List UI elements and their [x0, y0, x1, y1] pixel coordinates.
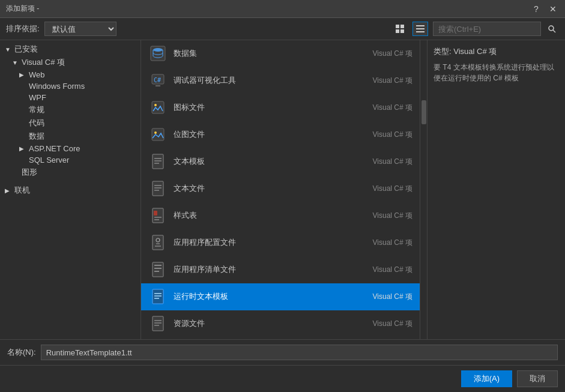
item-icon-textfile	[148, 179, 168, 198]
toolbar: 排序依据: 默认值	[0, 18, 565, 40]
sidebar-item-code[interactable]: 代码	[0, 116, 140, 130]
svg-rect-6	[416, 31, 425, 32]
grid-view-button[interactable]	[392, 22, 408, 36]
svg-rect-30	[153, 235, 163, 250]
svg-point-7	[549, 26, 554, 31]
svg-rect-5	[416, 28, 425, 29]
center-panel: 数据集 Visual C# 项 C# 调试器可视化工具 Visual C# 项	[141, 40, 420, 339]
svg-rect-35	[154, 271, 159, 272]
name-label: 名称(N):	[7, 347, 36, 358]
list-item[interactable]: 文本文件 Visual C# 项	[141, 175, 420, 202]
svg-rect-33	[154, 265, 162, 266]
sidebar-item-visual-csharp[interactable]: ▼ Visual C# 项	[0, 56, 140, 69]
right-panel: 类型: Visual C# 项 要 T4 文本模板转换系统进行预处理以便在运行时…	[427, 40, 565, 339]
svg-rect-18	[153, 154, 163, 169]
name-bar: 名称(N):	[0, 339, 565, 365]
close-button[interactable]: ✕	[547, 3, 559, 15]
item-icon-debug: C#	[148, 71, 168, 90]
list-view-button[interactable]	[412, 22, 428, 36]
svg-rect-4	[416, 25, 425, 26]
svg-rect-27	[154, 211, 157, 216]
item-icon-appconfig	[148, 233, 168, 252]
sidebar-installed-label: ▼ 已安装	[0, 43, 140, 56]
item-icon-bitmap	[148, 125, 168, 144]
search-area	[433, 22, 559, 36]
sidebar-item-general[interactable]: 常规	[0, 103, 140, 116]
action-bar: 添加(A) 取消	[0, 365, 565, 392]
svg-rect-34	[154, 268, 162, 269]
item-icon-iconfile	[148, 98, 168, 117]
svg-rect-40	[153, 316, 163, 331]
list-item[interactable]: 样式表 Visual C# 项	[141, 202, 420, 229]
add-button[interactable]: 添加(A)	[461, 370, 512, 387]
search-button[interactable]	[545, 22, 559, 36]
sidebar-item-wpf[interactable]: WPF	[0, 92, 140, 103]
name-input[interactable]	[41, 345, 558, 360]
item-icon-manifest	[148, 260, 168, 279]
search-input[interactable]	[433, 22, 541, 36]
sidebar-item-graphics[interactable]: 图形	[0, 166, 140, 179]
help-button[interactable]: ?	[530, 3, 542, 15]
sidebar-item-windows-forms[interactable]: Windows Forms	[0, 80, 140, 92]
sidebar-item-online[interactable]: ▶ 联机	[0, 184, 140, 197]
item-icon-stylesheet	[148, 206, 168, 225]
sort-label: 排序依据:	[6, 23, 40, 34]
item-icon-texttemplate	[148, 152, 168, 171]
svg-rect-1	[400, 25, 404, 28]
list-item[interactable]: 应用程序配置文件 Visual C# 项	[141, 229, 420, 256]
content-area: ▼ 已安装 ▼ Visual C# 项 ▶ Web Windows Forms …	[0, 40, 565, 339]
svg-rect-2	[396, 29, 399, 33]
svg-point-10	[153, 48, 163, 52]
sidebar: ▼ 已安装 ▼ Visual C# 项 ▶ Web Windows Forms …	[0, 40, 141, 339]
sort-select[interactable]: 默认值	[44, 22, 116, 36]
list-item[interactable]: 资源文件 Visual C# 项	[141, 310, 420, 337]
svg-rect-36	[153, 289, 163, 304]
list-item[interactable]: 图标文件 Visual C# 项	[141, 94, 420, 121]
item-list: 数据集 Visual C# 项 C# 调试器可视化工具 Visual C# 项	[141, 40, 420, 339]
list-item[interactable]: 文本模板 Visual C# 项	[141, 148, 420, 175]
dialog-title: 添加新项 -	[6, 4, 39, 14]
svg-rect-0	[396, 25, 399, 28]
svg-line-8	[553, 30, 555, 32]
svg-rect-26	[153, 208, 163, 223]
dialog-body: 排序依据: 默认值	[0, 18, 565, 392]
list-item[interactable]: 数据集 Visual C# 项	[141, 40, 420, 67]
title-bar: 添加新项 - ? ✕	[0, 0, 565, 18]
item-icon-dataset	[148, 44, 168, 63]
item-icon-runtime-template	[148, 287, 168, 306]
sidebar-item-data[interactable]: 数据	[0, 130, 140, 143]
svg-rect-3	[400, 29, 404, 33]
list-item[interactable]: 应用程序清单文件 Visual C# 项	[141, 256, 420, 283]
svg-text:C#: C#	[154, 77, 161, 83]
title-bar-controls: ? ✕	[530, 3, 559, 15]
type-label: 类型: Visual C# 项	[434, 46, 559, 57]
list-item[interactable]: 位图文件 Visual C# 项	[141, 121, 420, 148]
list-item-runtime-template[interactable]: 运行时文本模板 Visual C# 项	[141, 283, 420, 310]
svg-point-15	[154, 104, 157, 106]
svg-rect-16	[152, 128, 164, 140]
item-icon-resource	[148, 314, 168, 333]
scroll-thumb[interactable]	[421, 100, 426, 124]
svg-rect-13	[156, 85, 160, 86]
sidebar-item-sql-server[interactable]: SQL Server	[0, 154, 140, 166]
svg-rect-32	[153, 262, 163, 277]
svg-point-17	[154, 131, 157, 134]
type-description: 要 T4 文本模板转换系统进行预处理以便在运行时使用的 C# 模板	[434, 62, 559, 83]
sidebar-item-web[interactable]: ▶ Web	[0, 69, 140, 80]
svg-rect-22	[153, 181, 163, 196]
svg-rect-14	[152, 101, 164, 113]
cancel-button[interactable]: 取消	[517, 370, 558, 387]
list-item[interactable]: C# 调试器可视化工具 Visual C# 项	[141, 67, 420, 94]
scrollbar[interactable]	[420, 40, 427, 339]
sidebar-item-aspnet-core[interactable]: ▶ ASP.NET Core	[0, 143, 140, 154]
